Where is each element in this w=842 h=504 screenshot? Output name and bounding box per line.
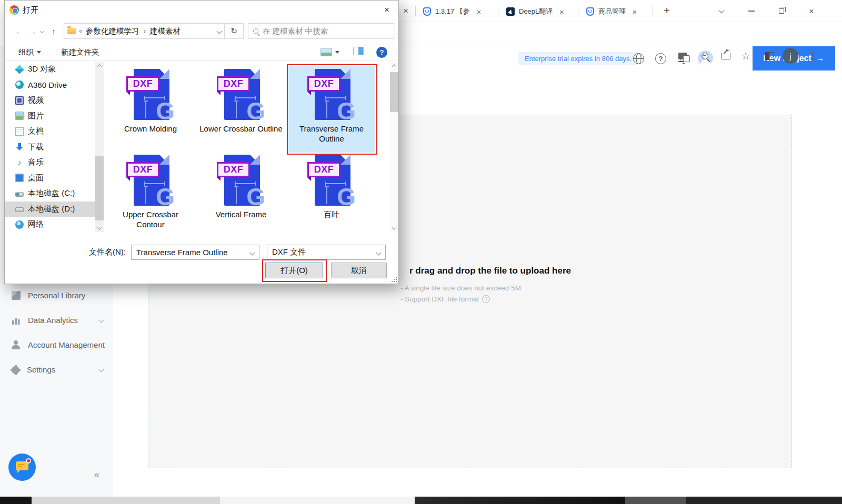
search-input[interactable] xyxy=(263,27,389,35)
back-button[interactable]: ← xyxy=(12,27,26,36)
disk-c-icon xyxy=(15,192,24,197)
shield-favicon-icon xyxy=(423,7,431,16)
nav-item-disk-d[interactable]: 本地磁盘 (D:) xyxy=(5,201,95,217)
recent-locations-chevron-icon[interactable] xyxy=(40,29,44,33)
dxf-file-icon: G DXF xyxy=(124,154,177,208)
file-item-louver[interactable]: G DXF 百叶 xyxy=(288,152,375,238)
restore-icon xyxy=(779,8,784,14)
resize-grip[interactable] xyxy=(391,276,397,282)
nav-item-documents[interactable]: 文档 xyxy=(5,124,95,139)
open-file-dialog: 打开 × ← → ↑ « 参数化建模学习 › 建模素材 ↻ 组织 xyxy=(4,0,399,284)
chat-fab-button[interactable] xyxy=(8,453,36,481)
scrollbar-thumb[interactable] xyxy=(95,156,104,220)
file-item-upper-crossbar-contour[interactable]: G DXF Upper Crossbar Contour xyxy=(107,152,194,238)
sidebar-item-data-analytics[interactable]: Data Analytics xyxy=(0,312,113,328)
nav-item-music[interactable]: ♪音乐 xyxy=(5,155,95,170)
network-icon xyxy=(15,220,24,229)
new-tab-button[interactable]: + xyxy=(659,4,675,17)
dialog-help-button[interactable]: ? xyxy=(376,47,387,58)
folder-icon xyxy=(67,28,76,34)
tab-deepl[interactable]: DeepL翻译 × xyxy=(502,4,576,19)
dialog-toolbar: 组织 新建文件夹 ? xyxy=(5,45,398,59)
scroll-up-button[interactable] xyxy=(390,62,398,69)
share-button[interactable] xyxy=(719,49,733,62)
nav-item-desktop[interactable]: 桌面 xyxy=(5,170,95,186)
taskbar-segment xyxy=(625,497,686,504)
tab-product-management[interactable]: 商品管理 × xyxy=(582,4,650,19)
tab-close-button[interactable]: × xyxy=(557,7,566,16)
scroll-down-button[interactable] xyxy=(95,224,104,232)
browser-profile-avatar[interactable]: j xyxy=(783,48,798,64)
nav-item-network[interactable]: 网络 xyxy=(5,217,95,232)
breadcrumb-root[interactable]: 参数化建模学习 xyxy=(86,26,139,36)
scroll-up-button[interactable] xyxy=(95,62,104,69)
sidebar-collapse-button[interactable]: « xyxy=(94,469,99,480)
tab-close-button[interactable]: × xyxy=(630,7,639,16)
scrollbar-thumb[interactable] xyxy=(390,72,398,112)
chevron-down-icon xyxy=(376,250,382,256)
split-screen-button[interactable] xyxy=(763,49,776,62)
nav-item-3d-objects[interactable]: 3D 对象 xyxy=(5,62,95,77)
favorite-button[interactable]: ☆ xyxy=(739,49,753,62)
taskbar-segment xyxy=(220,497,415,504)
upload-rule-size: - A single file size does not exceed 5M xyxy=(400,284,521,292)
zoom-out-button[interactable] xyxy=(698,49,711,62)
browser-menu-button[interactable] xyxy=(806,49,820,62)
filetype-combobox[interactable]: DXF 文件 xyxy=(267,245,386,260)
gear-icon xyxy=(12,366,19,374)
language-globe-button[interactable] xyxy=(633,53,645,65)
dialog-close-button[interactable]: × xyxy=(375,1,398,19)
scroll-down-button[interactable] xyxy=(390,224,398,232)
window-close-button[interactable]: × xyxy=(804,4,819,18)
nav-item-videos[interactable]: 视频 xyxy=(5,93,95,108)
preview-pane-icon xyxy=(353,47,364,55)
sidebar-item-settings[interactable]: Settings xyxy=(0,361,113,377)
sidebar-item-account-management[interactable]: Account Management xyxy=(0,337,113,352)
file-list-scrollbar[interactable] xyxy=(390,62,398,232)
translate-button[interactable] xyxy=(676,49,689,62)
change-view-button[interactable] xyxy=(320,48,339,56)
dialog-search-box[interactable] xyxy=(248,23,394,39)
breadcrumb-dropdown-icon[interactable] xyxy=(217,28,222,34)
nav-item-a360-drive[interactable]: A360 Drive xyxy=(5,77,95,93)
file-item-vertical-frame[interactable]: G DXF Vertical Frame xyxy=(198,152,284,238)
organize-menu[interactable]: 组织 xyxy=(18,47,41,57)
tab-close-button[interactable]: × xyxy=(474,7,484,16)
file-item-lower-crossbar-outline[interactable]: G DXF Lower Crossbar Outline xyxy=(198,66,284,153)
toolbar-divider xyxy=(5,61,398,61)
document-icon xyxy=(15,127,24,136)
tab-list-button[interactable] xyxy=(714,4,729,18)
nav-scrollbar[interactable] xyxy=(95,62,104,232)
tab-version[interactable]: 1.3.17 【参 × xyxy=(419,4,495,19)
tab-separator xyxy=(498,6,498,16)
file-item-crown-molding[interactable]: G DXF Crown Molding xyxy=(107,66,194,153)
breadcrumb-separator: › xyxy=(142,27,147,35)
shield-favicon-icon xyxy=(586,7,594,16)
nav-item-disk-c[interactable]: 本地磁盘 (C:) xyxy=(5,186,95,201)
nav-item-downloads[interactable]: 下载 xyxy=(5,139,95,155)
breadcrumb-current[interactable]: 建模素材 xyxy=(150,26,181,36)
preview-pane-button[interactable] xyxy=(353,47,364,57)
minimize-icon xyxy=(748,11,755,12)
refresh-button[interactable]: ↻ xyxy=(225,23,244,39)
bar-chart-icon xyxy=(12,316,21,325)
minimize-button[interactable] xyxy=(744,4,759,18)
forward-button[interactable]: → xyxy=(26,27,39,36)
question-circle-icon[interactable]: ? xyxy=(482,295,490,303)
zoom-out-magnifier-icon xyxy=(701,53,708,59)
hidden-tab-close-button[interactable]: × xyxy=(399,4,413,17)
filename-combobox[interactable]: Transverse Frame Outline xyxy=(131,245,259,260)
person-icon xyxy=(12,340,21,349)
new-folder-button[interactable]: 新建文件夹 xyxy=(61,47,99,57)
nav-item-pictures[interactable]: 图片 xyxy=(5,108,95,124)
sidebar-item-label: Settings xyxy=(27,365,55,374)
sidebar-item-label: Account Management xyxy=(28,340,105,349)
search-icon xyxy=(253,28,258,34)
breadcrumb-collapse[interactable]: « xyxy=(79,27,83,35)
help-button[interactable]: ? xyxy=(655,53,667,65)
cancel-button[interactable]: 取消 xyxy=(331,263,387,278)
breadcrumb[interactable]: « 参数化建模学习 › 建模素材 xyxy=(64,23,225,39)
up-button[interactable]: ↑ xyxy=(47,27,61,36)
restore-button[interactable] xyxy=(774,4,789,18)
sidebar-item-personal-library[interactable]: Personal Library xyxy=(0,287,113,303)
